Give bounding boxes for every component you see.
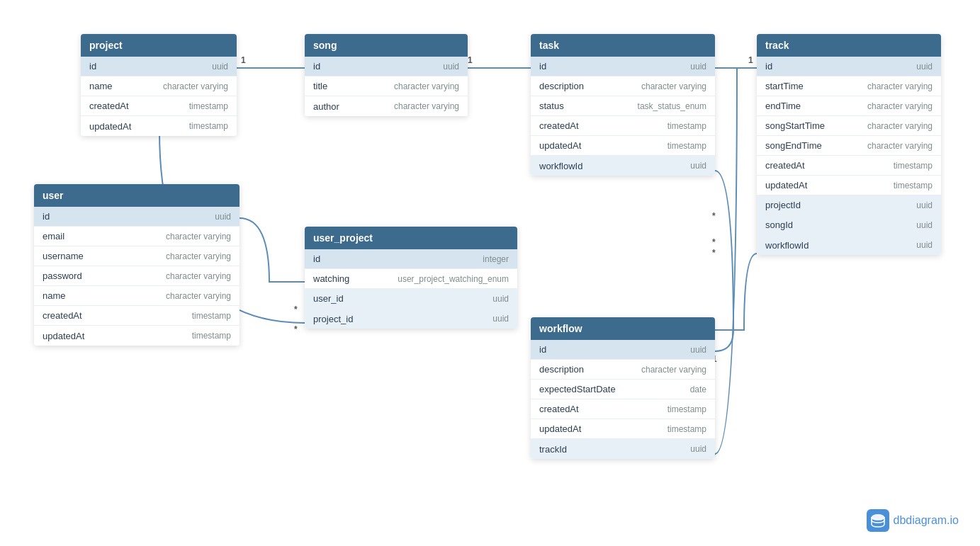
logo-icon — [867, 509, 889, 532]
table-user-header: user — [34, 184, 240, 207]
table-row: id uuid — [305, 57, 468, 76]
label-1-task: 1 — [468, 55, 473, 65]
table-row: project_id uuid — [305, 309, 517, 329]
table-workflow: workflow id uuid description character v… — [531, 317, 715, 459]
table-row: createdAt timestamp — [757, 156, 941, 176]
label-1-track: 1 — [748, 55, 753, 65]
table-row: projectId uuid — [757, 195, 941, 215]
table-row: createdAt timestamp — [531, 116, 715, 136]
table-workflow-body: id uuid description character varying ex… — [531, 340, 715, 459]
table-task-body: id uuid description character varying st… — [531, 57, 715, 176]
table-song-header: song — [305, 34, 468, 57]
table-row: endTime character varying — [757, 96, 941, 116]
table-user-project-body: id integer watching user_project_watchin… — [305, 249, 517, 329]
table-row: user_id uuid — [305, 289, 517, 309]
table-row: id integer — [305, 249, 517, 269]
table-row: title character varying — [305, 76, 468, 96]
label-star-project-id: * — [294, 324, 298, 334]
table-row: description character varying — [531, 360, 715, 380]
label-star-track-song: * — [712, 237, 716, 247]
table-song: song id uuid title character varying aut… — [305, 34, 468, 116]
table-row: id uuid — [34, 207, 240, 227]
table-row: name character varying — [34, 286, 240, 306]
table-row: expectedStartDate date — [531, 380, 715, 399]
table-user: user id uuid email character varying use… — [34, 184, 240, 346]
table-task: task id uuid description character varyi… — [531, 34, 715, 176]
table-row: id uuid — [531, 340, 715, 360]
table-row: updatedAt timestamp — [531, 136, 715, 156]
table-row: trackId uuid — [531, 439, 715, 459]
table-row: email character varying — [34, 227, 240, 246]
table-row: updatedAt timestamp — [34, 326, 240, 346]
table-row: status task_status_enum — [531, 96, 715, 116]
table-row: songStartTime character varying — [757, 116, 941, 136]
table-row: author character varying — [305, 96, 468, 116]
table-row: id uuid — [81, 57, 237, 76]
table-row: description character varying — [531, 76, 715, 96]
table-workflow-header: workflow — [531, 317, 715, 340]
table-row: startTime character varying — [757, 76, 941, 96]
db-icon — [870, 513, 886, 528]
table-project-header: project — [81, 34, 237, 57]
table-project-body: id uuid name character varying createdAt… — [81, 57, 237, 136]
table-row: songId uuid — [757, 215, 941, 235]
label-star-user-id: * — [294, 305, 298, 314]
table-row: password character varying — [34, 266, 240, 286]
table-track: track id uuid startTime character varyin… — [757, 34, 941, 255]
table-row: updatedAt timestamp — [81, 116, 237, 136]
table-user-project-header: user_project — [305, 227, 517, 249]
table-user-body: id uuid email character varying username… — [34, 207, 240, 346]
table-project: project id uuid name character varying c… — [81, 34, 237, 136]
table-row: id uuid — [531, 57, 715, 76]
table-track-body: id uuid startTime character varying endT… — [757, 57, 941, 255]
table-row: createdAt timestamp — [81, 96, 237, 116]
table-track-header: track — [757, 34, 941, 57]
table-row: watching user_project_watching_enum — [305, 269, 517, 289]
label-1-song: 1 — [241, 55, 246, 65]
logo-area: dbdiagram.io — [867, 509, 959, 532]
table-row: username character varying — [34, 246, 240, 266]
label-star-track-workflow: * — [712, 248, 716, 258]
table-row: updatedAt timestamp — [757, 176, 941, 195]
table-task-header: task — [531, 34, 715, 57]
table-row: name character varying — [81, 76, 237, 96]
label-star-task-workflow: * — [712, 211, 716, 221]
table-row: createdAt timestamp — [34, 306, 240, 326]
table-row: workflowId uuid — [757, 235, 941, 255]
table-row: createdAt timestamp — [531, 399, 715, 419]
table-user-project: user_project id integer watching user_pr… — [305, 227, 517, 329]
table-row: updatedAt timestamp — [531, 419, 715, 439]
table-song-body: id uuid title character varying author c… — [305, 57, 468, 116]
table-row: workflowId uuid — [531, 156, 715, 176]
table-row: id uuid — [757, 57, 941, 76]
table-row: songEndTime character varying — [757, 136, 941, 156]
logo-text: dbdiagram.io — [894, 514, 959, 527]
